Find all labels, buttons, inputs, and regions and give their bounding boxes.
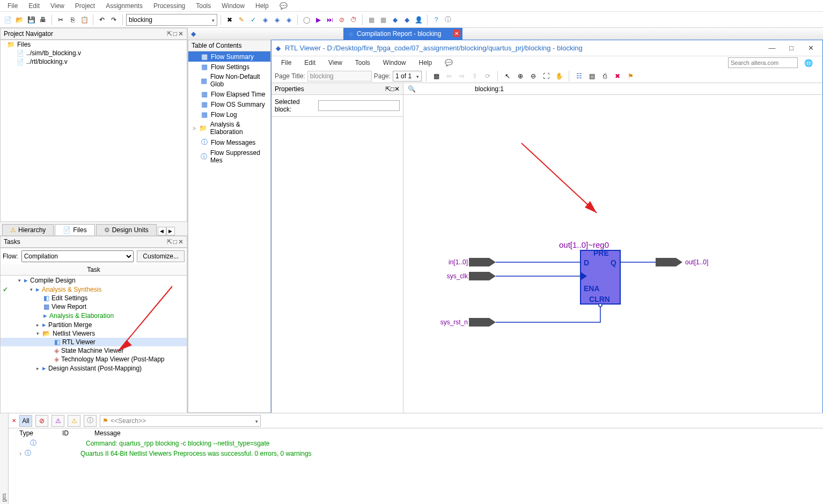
toc-item[interactable]: Flow Log — [188, 109, 270, 120]
undo-icon[interactable]: ↶ — [97, 14, 107, 25]
minimize-icon[interactable]: □ — [173, 238, 177, 246]
save-icon[interactable]: 💾 — [26, 14, 36, 25]
close-icon[interactable]: ✕ — [394, 85, 400, 93]
layers-icon[interactable]: ▤ — [586, 71, 597, 81]
tab-files[interactable]: Files — [55, 224, 94, 235]
close-button[interactable]: ✕ — [803, 42, 818, 54]
paste-icon[interactable]: 📋 — [79, 14, 90, 25]
timer-icon[interactable]: ⏱ — [348, 14, 359, 25]
flow-select[interactable]: Compilation — [21, 250, 134, 262]
stop2-icon[interactable]: ⊘ — [336, 14, 347, 25]
menu-file[interactable]: File — [2, 1, 23, 11]
compilation-report-tab[interactable]: Compilation Report - blocking ✕ — [343, 28, 462, 40]
min-icon[interactable]: □ — [391, 85, 394, 93]
tool-icon-1[interactable]: ✖ — [224, 14, 235, 25]
project-navigator-tree[interactable]: Files ../sim/tb_blocking.v ../rtl/blocki… — [0, 40, 187, 222]
print-icon[interactable]: 🖶 — [38, 14, 48, 25]
tab-scroll-right[interactable]: ▶ — [166, 227, 175, 235]
selected-block-input[interactable] — [318, 100, 400, 111]
toc-item[interactable]: Flow OS Summary — [188, 99, 270, 109]
altera-search-input[interactable] — [728, 57, 798, 68]
nav-tool-icon[interactable]: ▦ — [431, 71, 442, 81]
marker-icon[interactable]: ⚑ — [625, 71, 636, 81]
info-icon[interactable]: ⓘ — [443, 14, 453, 25]
rtl-titlebar[interactable]: ◆ RTL Viewer - D:/Desktop/fire_fpga_code… — [271, 40, 822, 56]
tool-icon-5[interactable]: ◈ — [271, 14, 282, 25]
copy-icon[interactable]: ⎘ — [67, 14, 78, 25]
tool-icon-4[interactable]: ◈ — [260, 14, 270, 25]
nav-file-0[interactable]: ../sim/tb_blocking.v — [26, 49, 81, 57]
close-icon[interactable]: ✕ — [178, 30, 183, 38]
play-fwd-icon[interactable]: ⏭ — [325, 14, 335, 25]
close-icon[interactable]: ✕ — [178, 238, 183, 246]
toc-flow-summary[interactable]: Flow Summary — [188, 51, 270, 62]
zoom-out-icon[interactable]: ⊖ — [528, 71, 539, 81]
menu-help[interactable]: Help — [250, 1, 274, 11]
rtl-menu-file[interactable]: File — [275, 58, 298, 68]
help-icon[interactable]: ? — [431, 14, 442, 25]
filter-all-button[interactable]: All — [19, 415, 32, 427]
menu-window[interactable]: Window — [216, 1, 250, 11]
tool-icon-6[interactable]: ◈ — [283, 14, 294, 25]
back-icon[interactable]: ⇦ — [444, 71, 454, 81]
toc-item[interactable]: Analysis & Elaboration — [188, 120, 270, 137]
chip-icon-2[interactable]: ▦ — [378, 14, 388, 25]
help-bubble-icon[interactable]: 💬 — [274, 1, 293, 11]
message-row[interactable]: › Quartus II 64-Bit Netlist Viewers Prep… — [9, 448, 823, 458]
menu-edit[interactable]: Edit — [23, 1, 45, 11]
task-rtl-viewer[interactable]: RTL Viewer — [62, 338, 95, 346]
toc-item[interactable]: Flow Messages — [188, 137, 270, 148]
fwd-icon[interactable]: ⇨ — [457, 71, 467, 81]
rtl-menu-help[interactable]: Help — [413, 58, 439, 68]
menu-view[interactable]: View — [45, 1, 70, 11]
rtl-menu-window[interactable]: Window — [377, 58, 413, 68]
rtl-menu-edit[interactable]: Edit — [298, 58, 322, 68]
toc-item[interactable]: Flow Settings — [188, 62, 270, 72]
diamond-icon-1[interactable]: ◆ — [390, 14, 400, 25]
nav-file-1[interactable]: ../rtl/blocking.v — [26, 58, 68, 65]
customize-button[interactable]: Customize... — [137, 250, 185, 262]
menu-assignments[interactable]: Assignments — [100, 1, 148, 11]
diamond-icon-2[interactable]: ◆ — [401, 14, 412, 25]
rtl-menu-tools[interactable]: Tools — [349, 58, 377, 68]
tab-hierarchy[interactable]: Hierarchy — [2, 224, 54, 235]
project-combo[interactable]: blocking — [126, 14, 217, 26]
play-icon[interactable]: ▶ — [313, 14, 324, 25]
stop-icon[interactable]: ◯ — [301, 14, 312, 25]
tool-icon-7[interactable]: 👤 — [413, 14, 424, 25]
page-spinner[interactable]: 1 of 1 — [393, 71, 422, 81]
close-icon[interactable]: ✕ — [12, 418, 16, 424]
expand-icon[interactable] — [193, 124, 196, 132]
filter-warn-button[interactable]: ⚠ — [68, 415, 80, 427]
menu-tools[interactable]: Tools — [190, 1, 216, 11]
pointer-icon[interactable]: ↖ — [502, 71, 513, 81]
pin-icon[interactable]: ⇱ — [167, 238, 172, 246]
magnifier-icon[interactable] — [408, 85, 416, 93]
page-title-field[interactable]: blocking — [307, 71, 372, 81]
messages-search[interactable]: ⚑ <<Search>> — [100, 415, 261, 427]
close-tab-icon[interactable]: ✕ — [453, 29, 460, 37]
toc-item[interactable]: Flow Suppressed Mes — [188, 148, 270, 165]
filter-info-button[interactable]: ⓘ — [84, 415, 97, 427]
export-icon[interactable]: ⎙ — [599, 71, 610, 81]
help-bubble-icon[interactable]: 💬 — [438, 58, 459, 68]
tool-icon[interactable]: ✖ — [612, 71, 623, 81]
tab-design-units[interactable]: Design Units — [96, 224, 157, 235]
new-icon[interactable]: 📄 — [2, 14, 13, 25]
toc-item[interactable]: Flow Non-Default Glob — [188, 72, 270, 89]
filter-error-button[interactable]: ⊘ — [35, 415, 48, 427]
menu-project[interactable]: Project — [70, 1, 100, 11]
tree-icon[interactable]: ☷ — [574, 71, 584, 81]
pin-icon[interactable]: ⇱ — [385, 85, 391, 93]
refresh-icon[interactable]: ⟳ — [482, 71, 493, 81]
pin-icon[interactable]: ⇱ — [167, 30, 172, 38]
redo-icon[interactable]: ↷ — [108, 14, 119, 25]
up-icon[interactable]: ⇧ — [469, 71, 480, 81]
minimize-icon[interactable]: □ — [173, 30, 177, 38]
message-row[interactable]: Command: quartus_rpp blocking -c blockin… — [9, 438, 823, 448]
fit-icon[interactable]: ⛶ — [541, 71, 552, 81]
open-icon[interactable]: 📂 — [14, 14, 25, 25]
filter-critwarn-button[interactable]: ⚠ — [52, 415, 64, 427]
tool-icon-2[interactable]: ✎ — [236, 14, 247, 25]
hand-icon[interactable]: ✋ — [554, 71, 564, 81]
